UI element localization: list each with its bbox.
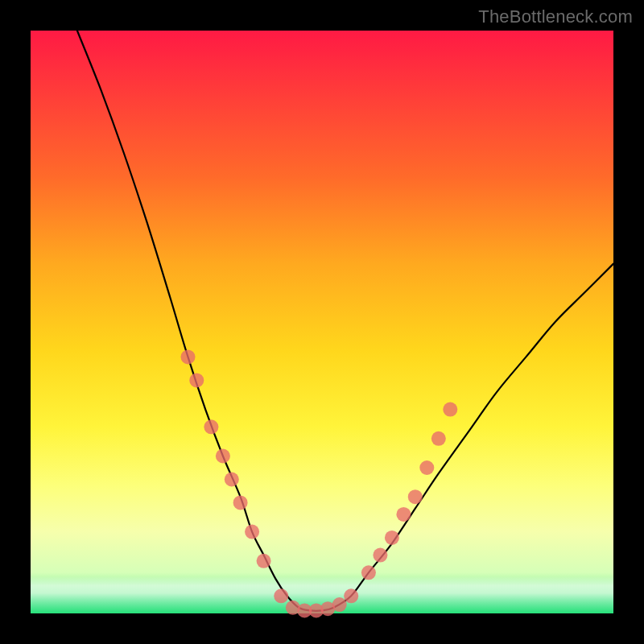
data-marker [233,495,248,510]
data-marker [274,588,288,603]
data-marker [225,473,239,487]
data-marker [332,597,347,612]
data-marker [396,507,411,522]
data-marker [344,588,358,603]
data-marker [189,373,204,387]
chart-overlay [31,31,613,613]
attribution-text: TheBottleneck.com [478,6,633,27]
data-marker [361,565,376,580]
chart-container: TheBottleneck.com [0,0,644,644]
plot-area [31,31,613,613]
data-marker [431,431,446,446]
data-marker [419,460,434,475]
data-marker [181,349,196,364]
data-marker [257,554,271,568]
data-marker [385,530,399,545]
data-marker [408,489,423,504]
data-marker [216,449,230,464]
data-marker [245,525,259,539]
data-marker [443,402,457,417]
data-marker [373,548,387,563]
bottleneck-curve [77,31,613,611]
data-marker [204,419,218,434]
marker-group [181,349,458,617]
